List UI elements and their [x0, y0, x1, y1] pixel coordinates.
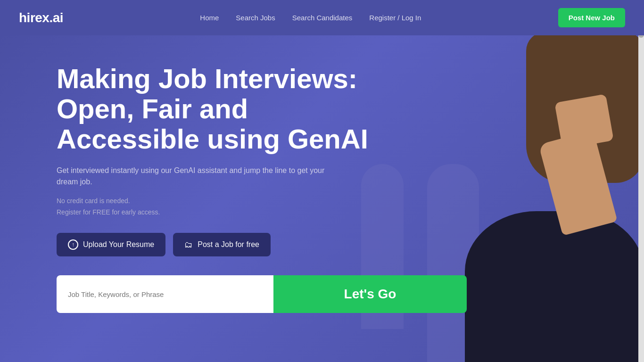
hero-note2: Register for FREE for early access. [57, 208, 387, 216]
nav-links: Home Search Jobs Search Candidates Regis… [200, 14, 421, 22]
logo: hirex.ai [19, 10, 63, 25]
hero-content: Making Job Interviews: Open, Fair and Ac… [57, 64, 387, 313]
hero-subtitle: Get interviewed instantly using our GenA… [57, 165, 330, 188]
person-jacket [465, 211, 644, 362]
upload-resume-button[interactable]: ↑ Upload Your Resume [57, 233, 165, 256]
navbar: hirex.ai Home Search Jobs Search Candida… [0, 0, 644, 35]
upload-resume-label: Upload Your Resume [83, 240, 154, 249]
search-input[interactable] [68, 290, 262, 298]
hero-person-figure [446, 41, 644, 362]
scrollbar[interactable] [638, 0, 644, 362]
search-input-wrap [57, 275, 273, 313]
cta-buttons: ↑ Upload Your Resume 🗂 Post a Job for fr… [57, 233, 387, 256]
nav-register-login[interactable]: Register / Log In [369, 14, 421, 22]
person-fist [554, 94, 614, 149]
search-row: Let's Go [57, 275, 467, 313]
post-job-button[interactable]: 🗂 Post a Job for free [173, 233, 271, 256]
hero-note1: No credit card is needed. [57, 197, 387, 205]
post-new-job-button[interactable]: Post New Job [558, 8, 625, 27]
nav-search-candidates[interactable]: Search Candidates [292, 14, 353, 22]
upload-icon: ↑ [68, 239, 78, 250]
hero-title: Making Job Interviews: Open, Fair and Ac… [57, 64, 387, 154]
nav-home[interactable]: Home [200, 14, 219, 22]
nav-search-jobs[interactable]: Search Jobs [236, 14, 275, 22]
hero-section: Making Job Interviews: Open, Fair and Ac… [0, 35, 644, 362]
briefcase-icon: 🗂 [184, 240, 193, 250]
lets-go-button[interactable]: Let's Go [273, 275, 467, 313]
post-job-label: Post a Job for free [198, 240, 259, 249]
